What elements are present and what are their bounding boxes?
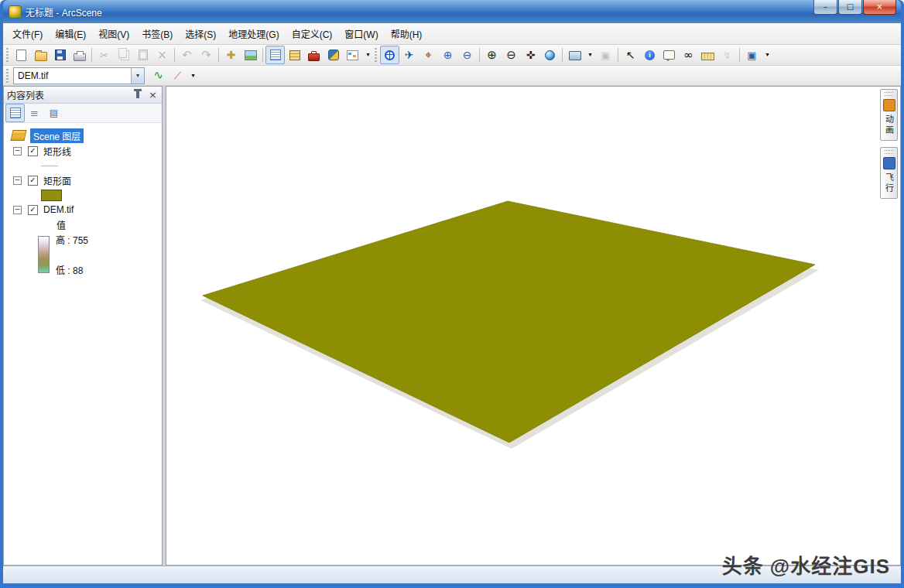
- fly-button[interactable]: ✈: [399, 46, 419, 64]
- line-symbol[interactable]: [41, 166, 58, 166]
- save-button[interactable]: [50, 46, 70, 64]
- toc-title: 内容列表: [7, 88, 136, 101]
- undo-button: ↶: [177, 46, 197, 64]
- list-by-source-button[interactable]: ≡: [25, 104, 44, 122]
- center-on-target-icon: ⌖: [425, 50, 431, 61]
- previous-view-button[interactable]: [565, 46, 584, 64]
- hyperlink-icon: ↯: [723, 50, 731, 60]
- print-button[interactable]: [70, 46, 89, 64]
- toolbar-grip: [375, 48, 377, 62]
- interpolate-line-icon: ∿: [153, 70, 163, 81]
- interpolate-line-button[interactable]: ∿: [149, 67, 168, 85]
- menu-geoprocessing[interactable]: 地理处理(G): [222, 23, 285, 44]
- maximize-button[interactable]: □: [838, 0, 862, 15]
- close-button[interactable]: ×: [863, 0, 896, 15]
- legend-field-label: 值: [56, 218, 66, 231]
- navigate-button[interactable]: [380, 46, 399, 64]
- modelbuilder-button[interactable]: [343, 46, 362, 64]
- layer-label[interactable]: DEM.tif: [43, 204, 74, 215]
- 3d-analyst-overflow-dropdown[interactable]: ▾: [187, 67, 199, 85]
- standard-toolbar: ✂×↶↷✚▾✈⌖⊕⊖⊕⊖✜▾▣↖i∞↯▣▾: [3, 45, 901, 66]
- menu-edit[interactable]: 编辑(E): [49, 23, 92, 44]
- pan-button[interactable]: ✜: [521, 46, 540, 64]
- arctoolbox-button[interactable]: [304, 46, 324, 64]
- legend-ramp-row: 高 : 755 低 : 88: [4, 233, 162, 276]
- layer-label[interactable]: 矩形线: [43, 145, 71, 158]
- set-observer-button[interactable]: ⊖: [457, 46, 477, 64]
- menu-bookmarks[interactable]: 书签(B): [135, 23, 179, 44]
- identify-button[interactable]: i: [640, 46, 659, 64]
- list-by-drawing-order-button[interactable]: [5, 104, 25, 122]
- catalog-window-button[interactable]: [285, 46, 304, 64]
- layer-node-polygon[interactable]: − ✓ 矩形面: [4, 173, 162, 188]
- layer-combobox[interactable]: DEM.tif▾: [13, 67, 145, 84]
- collapse-toggle[interactable]: −: [13, 206, 22, 214]
- toolbar-grip: [6, 48, 9, 62]
- measure-button[interactable]: [698, 46, 717, 64]
- tools-overflow-icon: ▾: [765, 52, 769, 58]
- layer-combobox-arrow[interactable]: ▾: [131, 68, 144, 84]
- animation-icon: [883, 99, 895, 111]
- arcscene-app-icon: [9, 5, 22, 19]
- collapse-toggle[interactable]: −: [13, 147, 22, 156]
- scene-viewport[interactable]: 动画飞行: [166, 86, 901, 566]
- html-popup-icon: [663, 50, 675, 60]
- windows-overflow-dropdown[interactable]: ▾: [362, 46, 374, 64]
- select-graphics-button[interactable]: ↖: [621, 46, 640, 64]
- zoom-out-button[interactable]: ⊖: [502, 46, 521, 64]
- toolbar-separator: [479, 48, 480, 62]
- paste-button: [133, 46, 152, 64]
- zoom-out-icon: ⊖: [506, 50, 516, 61]
- layer-node-line[interactable]: − ✓ 矩形线: [4, 143, 162, 159]
- legend-high-label: 高 : 755: [56, 233, 88, 246]
- fly-icon: ✈: [405, 50, 414, 60]
- scene-layers-label[interactable]: Scene 图层: [30, 128, 84, 143]
- menu-customize[interactable]: 自定义(C): [286, 23, 339, 44]
- find-button[interactable]: ∞: [679, 46, 698, 64]
- layer-checkbox[interactable]: ✓: [28, 205, 38, 215]
- animation-toolbar[interactable]: 动画: [880, 89, 898, 141]
- add-basemap-button[interactable]: [241, 46, 260, 64]
- menu-view[interactable]: 视图(V): [92, 23, 135, 44]
- center-on-target-button[interactable]: ⌖: [419, 46, 438, 64]
- layer-checkbox[interactable]: ✓: [28, 146, 38, 156]
- toolbar-separator: [174, 48, 175, 62]
- open-button[interactable]: [31, 46, 50, 64]
- pause-drawing-button: ▣: [596, 46, 615, 64]
- 3d-graphics-button[interactable]: ▣: [742, 46, 762, 64]
- titlebar[interactable]: 无标题 - ArcScene –□×: [3, 0, 901, 23]
- minimize-button[interactable]: –: [813, 0, 837, 15]
- fly-toolbar[interactable]: 飞行: [880, 147, 898, 199]
- zoom-in-button[interactable]: ⊕: [482, 46, 502, 64]
- full-extent-button[interactable]: [540, 46, 560, 64]
- toolbar-separator: [739, 48, 740, 62]
- menu-selection[interactable]: 选择(S): [179, 23, 222, 44]
- zoom-to-target-button[interactable]: ⊕: [438, 46, 457, 64]
- pin-icon[interactable]: [136, 91, 139, 98]
- layer-node-dem[interactable]: − ✓ DEM.tif: [4, 202, 162, 217]
- new-document-button[interactable]: [12, 46, 31, 64]
- dock-grip: [885, 150, 893, 154]
- tools-overflow-dropdown[interactable]: ▾: [762, 46, 773, 64]
- scene-layers-node[interactable]: Scene 图层: [4, 128, 162, 143]
- layer-checkbox[interactable]: ✓: [28, 176, 38, 186]
- collapse-toggle[interactable]: −: [13, 176, 22, 185]
- list-by-visibility-button[interactable]: ▤: [44, 104, 63, 122]
- menu-window[interactable]: 窗口(W): [338, 23, 384, 44]
- undo-icon: ↶: [182, 50, 192, 61]
- delete-icon: ×: [157, 50, 167, 61]
- fill-symbol-row: [4, 188, 162, 202]
- fill-symbol[interactable]: [41, 190, 62, 201]
- menu-file[interactable]: 文件(F): [6, 23, 49, 44]
- add-data-button[interactable]: ✚: [221, 46, 241, 64]
- html-popup-button[interactable]: [659, 46, 679, 64]
- toc-window-button[interactable]: [265, 46, 285, 64]
- python-window-button[interactable]: [324, 46, 343, 64]
- scene-canvas[interactable]: [166, 87, 900, 565]
- scene-layers-icon: [11, 130, 27, 141]
- menu-help[interactable]: 帮助(H): [385, 23, 429, 44]
- toc-close-button[interactable]: ×: [147, 90, 159, 100]
- layer-label[interactable]: 矩形面: [43, 174, 71, 187]
- steepest-path-button[interactable]: ⟋: [168, 67, 187, 85]
- viewer-dropdown[interactable]: ▾: [584, 46, 596, 64]
